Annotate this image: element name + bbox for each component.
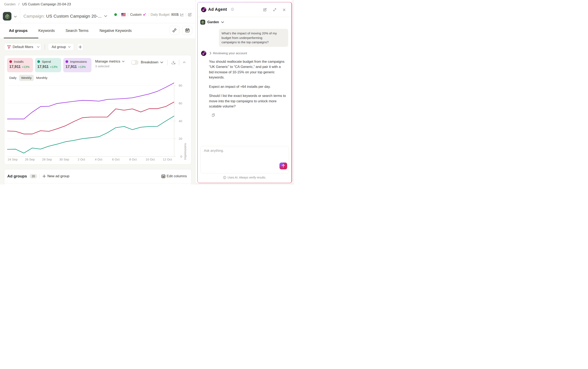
svg-text:2 Oct: 2 Oct	[78, 158, 85, 161]
svg-text:Impressions: Impressions	[183, 143, 187, 160]
svg-text:12 Oct: 12 Oct	[163, 158, 172, 161]
svg-text:26 Sep: 26 Sep	[25, 158, 35, 161]
svg-text:0: 0	[180, 155, 182, 158]
svg-text:6 Oct: 6 Oct	[112, 158, 120, 161]
svg-text:8 Oct: 8 Oct	[129, 158, 137, 161]
svg-text:60: 60	[179, 101, 182, 105]
svg-text:10 Oct: 10 Oct	[146, 158, 155, 161]
svg-text:80: 80	[179, 84, 182, 87]
svg-text:28 Sep: 28 Sep	[42, 158, 52, 161]
svg-text:40: 40	[179, 119, 182, 123]
svg-text:24 Sep: 24 Sep	[8, 158, 18, 161]
svg-text:20: 20	[179, 137, 182, 140]
svg-text:30 Sep: 30 Sep	[59, 158, 69, 161]
svg-text:4 Oct: 4 Oct	[95, 158, 103, 161]
